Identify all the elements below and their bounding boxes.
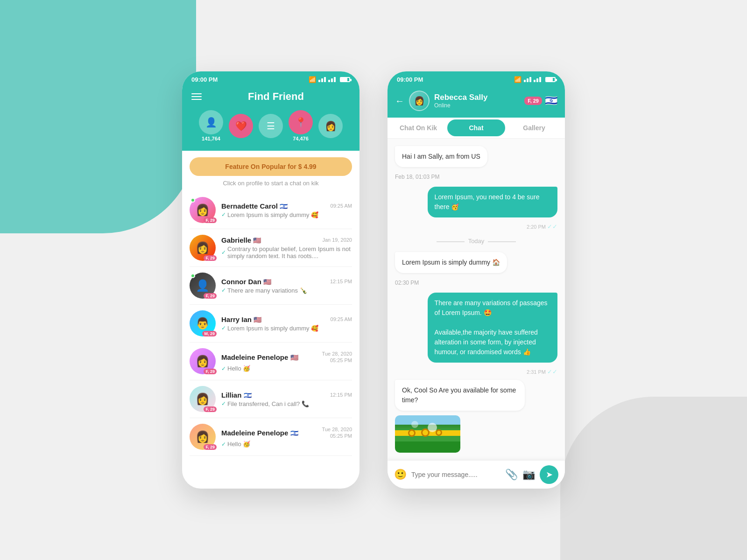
icon-wrap-list: ☰ bbox=[259, 114, 283, 138]
avatar-wrap: 👤 F, 29 bbox=[190, 273, 216, 299]
message-date: 02:30 PM bbox=[395, 278, 557, 288]
chat-avatar: 👩 bbox=[409, 91, 430, 111]
chat-name: Harry Ian 🇺🇸 bbox=[221, 315, 261, 323]
chat-info: Connor Dan 🇺🇸 12:15 PM ✓ There are many … bbox=[221, 278, 352, 294]
chat-item[interactable]: 👩 F, 29 Gabrielle 🇺🇸 Jan 19, 2020 ✓ Cont… bbox=[190, 229, 352, 267]
heart-icon-btn[interactable]: ❤️ bbox=[229, 114, 253, 138]
date-divider: Today bbox=[395, 238, 557, 245]
chat-preview: ✓ Hello 🥳 bbox=[221, 365, 352, 372]
chat-name-row: Gabrielle 🇺🇸 Jan 19, 2020 bbox=[221, 236, 352, 244]
preview-text: There are many variations 🍾 bbox=[227, 287, 307, 294]
chat-user-name: Rebecca Sally bbox=[434, 93, 520, 102]
signal-bars-3 bbox=[524, 77, 531, 82]
preview-text: File transferred, Can i call? 📞 bbox=[227, 400, 309, 407]
input-bar: 🙂 📎 📷 ➤ bbox=[388, 460, 565, 489]
age-badge: F, 29 bbox=[524, 97, 542, 105]
avatar-wrap: 👩 F, 29 bbox=[190, 386, 216, 412]
battery-icon-2 bbox=[545, 77, 556, 82]
signal-bars-4 bbox=[534, 77, 541, 82]
profile-icon-btn[interactable]: 👩 bbox=[318, 114, 343, 138]
click-hint: Click on profile to start a chat on kik bbox=[182, 180, 359, 187]
feature-banner[interactable]: Feature On Popular for $ 4.99 bbox=[190, 157, 352, 176]
location-icon-btn[interactable]: 📍 bbox=[289, 110, 313, 134]
chat-name-row: Lillian 🇮🇱 12:15 PM bbox=[221, 391, 352, 399]
chat-time: 09:25 AM bbox=[331, 316, 352, 322]
check-icon: ✓ bbox=[221, 325, 226, 331]
chat-name: Bernadette Carol 🇮🇱 bbox=[221, 202, 288, 210]
list-icon-btn[interactable]: ☰ bbox=[259, 114, 283, 138]
preview-text: Lorem Ipsum is simply dummy 🥰 bbox=[227, 325, 318, 332]
chat-info: Madeleine Penelope 🇮🇱 Tue 28, 2020 05:25… bbox=[221, 426, 352, 448]
phone-find-friend: 09:00 PM 📶 bbox=[182, 71, 359, 489]
sent-message: There are many variations of passages of… bbox=[428, 293, 557, 363]
flag-badge: 🇮🇱 bbox=[545, 95, 557, 107]
hamburger-menu[interactable] bbox=[191, 93, 202, 100]
icon-wrap-heart: ❤️ bbox=[229, 114, 253, 138]
tabs-wrapper: Chat On Kik Chat Gallery bbox=[388, 118, 565, 139]
avatar-badge: F, 29 bbox=[204, 369, 217, 374]
chat-time: 09:25 AM bbox=[331, 203, 352, 209]
wifi-icon: 📶 bbox=[309, 76, 316, 83]
header-badges: F, 29 🇮🇱 bbox=[524, 95, 557, 107]
chat-time: 12:15 PM bbox=[330, 278, 352, 285]
chat-name: Gabrielle 🇺🇸 bbox=[221, 236, 261, 244]
chat-name: Madeleine Penelope 🇮🇱 bbox=[221, 429, 298, 437]
avatar-wrap: 👩 F, 29 bbox=[190, 197, 216, 223]
avatar-badge: F, 29 bbox=[204, 255, 217, 261]
chat-header-row: ← 👩 Rebecca Sally Online F, 29 🇮🇱 bbox=[395, 91, 557, 111]
phone1-header-top: Find Friend bbox=[191, 91, 350, 103]
status-icons-1: 📶 bbox=[309, 76, 350, 83]
check-icon: ✓ bbox=[221, 249, 226, 256]
preview-text: Hello 🥳 bbox=[227, 441, 250, 448]
chat-name-row: Connor Dan 🇺🇸 12:15 PM bbox=[221, 278, 352, 286]
tab-chat[interactable]: Chat bbox=[447, 119, 505, 136]
avatar-wrap: 👩 F, 29 bbox=[190, 424, 216, 450]
chat-preview: ✓ Contrary to popular belief, Lorem Ipsu… bbox=[221, 245, 352, 259]
chat-item[interactable]: 👩 F, 29 Bernadette Carol 🇮🇱 09:25 AM ✓ L… bbox=[190, 191, 352, 229]
chat-name: Connor Dan 🇺🇸 bbox=[221, 278, 271, 286]
chat-time: Tue 28, 2020 05:25 PM bbox=[310, 426, 352, 440]
emoji-icon[interactable]: 🙂 bbox=[394, 469, 407, 481]
chat-time: Tue 28, 2020 05:25 PM bbox=[310, 350, 352, 364]
preview-text: Contrary to popular belief, Lorem Ipsum … bbox=[227, 245, 352, 259]
message-input[interactable] bbox=[411, 471, 500, 478]
phone2-header: ← 👩 Rebecca Sally Online F, 29 🇮🇱 bbox=[388, 86, 565, 118]
message-time: 2:20 PM ✓✓ bbox=[395, 223, 557, 230]
time-2: 09:00 PM bbox=[397, 76, 423, 83]
status-bar-2: 09:00 PM 📶 bbox=[388, 71, 565, 86]
back-arrow[interactable]: ← bbox=[395, 96, 404, 106]
check-icon: ✓ bbox=[221, 287, 226, 294]
preview-text: Lorem Ipsum is simply dummy 🥰 bbox=[227, 211, 318, 218]
wifi-icon-2: 📶 bbox=[514, 76, 521, 83]
avatar-wrap: 👩 F, 29 bbox=[190, 235, 216, 261]
attachment-icon[interactable]: 📎 bbox=[505, 469, 518, 481]
avatar-wrap: 👩 F, 29 bbox=[190, 348, 216, 374]
chat-time: Jan 19, 2020 bbox=[322, 237, 352, 243]
chat-name-row: Madeleine Penelope 🇮🇱 Tue 28, 2020 05:25… bbox=[221, 426, 352, 440]
chat-info: Lillian 🇮🇱 12:15 PM ✓ File transferred, … bbox=[221, 391, 352, 407]
chat-preview: ✓ There are many variations 🍾 bbox=[221, 287, 352, 294]
tab-gallery[interactable]: Gallery bbox=[505, 119, 563, 136]
send-button[interactable]: ➤ bbox=[540, 465, 558, 484]
phone-chat: 09:00 PM 📶 ← bbox=[388, 71, 565, 489]
icon-wrap-location: 📍 74,476 bbox=[289, 110, 313, 141]
avatar-badge: M, 29 bbox=[202, 331, 217, 336]
chat-item[interactable]: 👨 M, 29 Harry Ian 🇺🇸 09:25 AM ✓ Lorem Ip… bbox=[190, 305, 352, 343]
phone1-header: Find Friend 👤 141,764 ❤️ ☰ 📍 74,476 bbox=[182, 86, 359, 151]
camera-icon[interactable]: 📷 bbox=[522, 469, 535, 481]
chat-preview: ✓ Hello 🥳 bbox=[221, 441, 352, 448]
chat-item[interactable]: 👩 F, 29 Madeleine Penelope 🇺🇸 Tue 28, 20… bbox=[190, 343, 352, 380]
chat-item[interactable]: 👩 F, 29 Lillian 🇮🇱 12:15 PM ✓ File trans… bbox=[190, 380, 352, 418]
tab-chat-on-kik[interactable]: Chat On Kik bbox=[389, 119, 447, 136]
avatar-badge: F, 29 bbox=[204, 293, 217, 299]
chat-item[interactable]: 👩 F, 29 Madeleine Penelope 🇮🇱 Tue 28, 20… bbox=[190, 418, 352, 456]
people-icon-btn[interactable]: 👤 bbox=[199, 110, 223, 134]
chat-item[interactable]: 👤 F, 29 Connor Dan 🇺🇸 12:15 PM ✓ There a… bbox=[190, 267, 352, 305]
chat-user-status: Online bbox=[434, 102, 520, 109]
location-count: 74,476 bbox=[293, 136, 309, 141]
preview-text: Hello 🥳 bbox=[227, 365, 250, 372]
chat-info: Gabrielle 🇺🇸 Jan 19, 2020 ✓ Contrary to … bbox=[221, 236, 352, 259]
received-message: Lorem Ipsum is simply dummy 🏠 bbox=[395, 252, 507, 273]
signal-bars-1 bbox=[318, 77, 326, 82]
avatar-badge: F, 29 bbox=[204, 217, 217, 223]
